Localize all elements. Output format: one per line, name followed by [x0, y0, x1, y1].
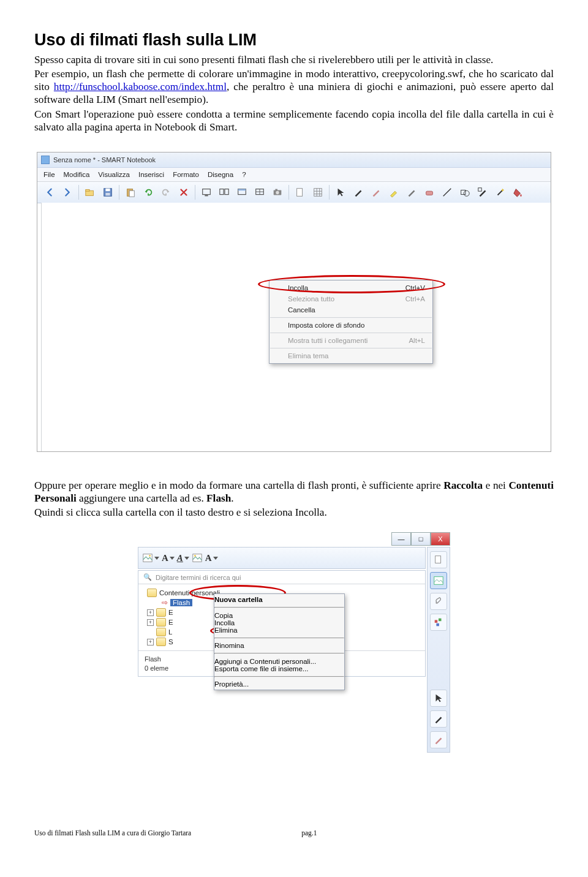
undo-icon[interactable] [140, 184, 157, 201]
sep-icon [78, 185, 79, 200]
ctx-sfondo[interactable]: Imposta colore di sfondo [270, 320, 432, 331]
maximize-button[interactable]: □ [411, 532, 431, 546]
shape-icon[interactable] [456, 184, 473, 201]
ctx2-nuova-cartella[interactable]: Nuova cartella [214, 596, 344, 603]
tab-pages-icon[interactable] [430, 551, 447, 568]
annotation-ellipse-incolla [258, 275, 445, 293]
svg-rect-10 [225, 189, 228, 195]
camera-icon[interactable] [269, 184, 286, 201]
paragraph-3: Con Smart l'operazione può essere condot… [34, 108, 554, 134]
minimize-button[interactable]: — [391, 532, 411, 546]
open-icon[interactable] [81, 184, 99, 201]
picture-icon-2[interactable] [192, 552, 203, 563]
ctx2-incolla[interactable]: Incolla [214, 619, 344, 627]
forward-icon[interactable] [59, 184, 76, 201]
ctx2-rinomina[interactable]: Rinomina [214, 642, 344, 649]
search-icon: 🔍 [143, 573, 152, 581]
table-icon[interactable] [309, 184, 326, 201]
screen4-icon[interactable] [251, 184, 268, 201]
ctx-seleziona-tutto[interactable]: Seleziona tuttoCtrl+A [270, 293, 432, 304]
svg-rect-29 [435, 620, 438, 623]
paragraph-2: Per esempio, un flash che permette di co… [34, 67, 554, 106]
svg-rect-16 [275, 189, 277, 191]
text-A-format[interactable]: A [177, 553, 183, 563]
expander-icon[interactable]: + [147, 609, 154, 616]
folder-icon [156, 608, 166, 617]
folder-icon [156, 618, 166, 627]
ctx2-copia[interactable]: Copia [214, 612, 344, 619]
screen3-icon[interactable] [233, 184, 251, 201]
pen3-icon[interactable] [403, 184, 420, 201]
palette-pointer-icon[interactable] [430, 690, 447, 707]
dropdown-icon[interactable] [184, 557, 189, 560]
ctx2-elimina[interactable]: Elimina [214, 627, 344, 634]
expander-icon[interactable]: + [147, 639, 154, 646]
screenshot-gallery-panel: — □ X A A A 🔍 Digitare termini di ricerc… [138, 532, 450, 753]
svg-rect-19 [426, 191, 433, 195]
menu-inserisci[interactable]: Inserisci [138, 171, 164, 178]
ctx-sep [214, 607, 344, 608]
pen-color-icon[interactable] [368, 184, 385, 201]
p4a: Oppure per operare meglio e in modo da f… [34, 480, 443, 491]
eraser-icon[interactable] [421, 184, 438, 201]
pen-black-icon[interactable] [350, 184, 367, 201]
dropdown-icon[interactable] [154, 557, 159, 560]
menu-disegna[interactable]: Disegna [208, 171, 233, 178]
menu-visualizza[interactable]: Visualizza [98, 171, 130, 178]
ctx2-proprieta[interactable]: Proprietà... [214, 680, 344, 688]
dropdown-icon[interactable] [170, 557, 175, 560]
url-link[interactable]: http://funschool.kaboose.com/index.html [54, 81, 227, 92]
menu-file[interactable]: File [43, 171, 55, 178]
context-menu-2: Nuova cartella Copia Incolla Elimina Rin… [214, 593, 345, 690]
fill-icon[interactable] [510, 184, 527, 201]
ctx-elimina-tema[interactable]: Elimina tema [270, 350, 432, 361]
footer-left: Uso di filmati Flash sulla LIM a cura di… [34, 829, 191, 837]
ctx-cancella[interactable]: Cancella [270, 304, 432, 315]
folder-icon [156, 638, 166, 646]
text-A-combo[interactable]: A [205, 553, 212, 563]
ctx-sep [214, 653, 344, 654]
menubar: File Modifica Visualizza Inserisci Forma… [37, 168, 551, 182]
ctx-collegamenti[interactable]: Mostra tutti i collegamentiAlt+L [270, 335, 432, 346]
ctx-sep [270, 333, 432, 333]
side-palette [427, 547, 450, 753]
close-button[interactable]: X [431, 532, 450, 546]
screen1-icon[interactable] [198, 184, 215, 201]
ctx-sep [270, 317, 432, 318]
redo-icon[interactable] [157, 184, 175, 201]
pointer-icon[interactable] [332, 184, 349, 201]
expander-icon[interactable]: + [147, 619, 154, 626]
menu-formato[interactable]: Formato [173, 171, 199, 178]
svg-point-21 [464, 190, 469, 196]
svg-rect-9 [220, 189, 224, 195]
paste-icon[interactable] [122, 184, 139, 201]
menu-modifica[interactable]: Modifica [64, 171, 90, 178]
p4d: aggiungere una cartella ad es. [77, 492, 206, 504]
tab-props-icon[interactable] [430, 614, 447, 631]
search-placeholder[interactable]: Digitare termini di ricerca qui [156, 574, 241, 581]
palette-pen-icon[interactable] [430, 710, 447, 728]
save-icon[interactable] [99, 184, 116, 201]
shapepen-icon[interactable] [474, 184, 491, 201]
text-A-normal[interactable]: A [162, 553, 168, 563]
dropdown-icon[interactable] [213, 557, 218, 560]
magicpen-icon[interactable] [492, 184, 509, 201]
p4-raccolta: Raccolta [443, 480, 483, 491]
highlighter-icon[interactable] [385, 184, 402, 201]
delete-icon[interactable] [175, 184, 192, 201]
sep-icon [329, 185, 330, 200]
ctx2-esporta[interactable]: Esporta come file di insieme... [214, 665, 344, 672]
picture-icon[interactable] [142, 552, 153, 563]
screen2-icon[interactable] [216, 184, 233, 201]
line-icon[interactable] [439, 184, 456, 201]
back-icon[interactable] [41, 184, 58, 201]
menu-help[interactable]: ? [242, 171, 246, 178]
tab-attach-icon[interactable] [430, 593, 447, 610]
svg-rect-4 [105, 193, 110, 196]
doc-icon[interactable] [292, 184, 309, 201]
ctx2-aggiungi[interactable]: Aggiungi a Contenuti personali... [214, 658, 344, 665]
toolstrip-2: A A A [138, 547, 426, 569]
palette-pen2-icon[interactable] [430, 731, 447, 748]
p4c: e nei [483, 480, 508, 491]
tab-gallery-icon[interactable] [430, 572, 447, 589]
